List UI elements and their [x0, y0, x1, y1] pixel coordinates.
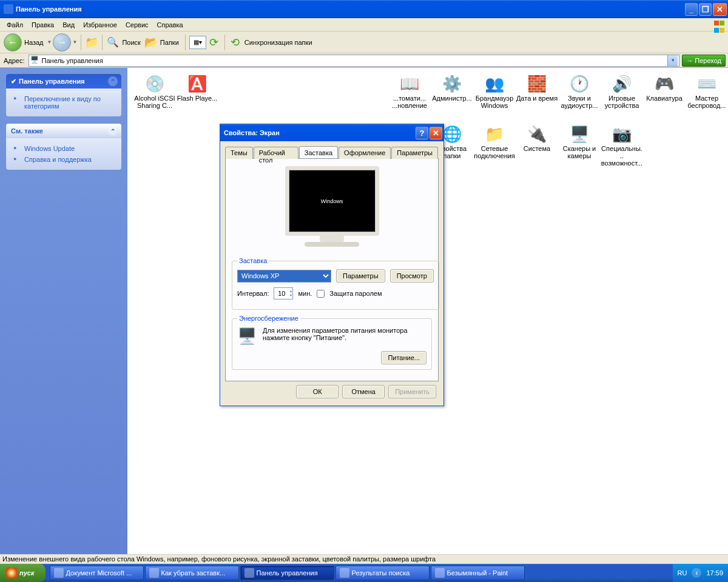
password-protect-label: Защита паролем — [329, 290, 382, 297]
menu-tools[interactable]: Сервис — [121, 19, 153, 30]
chevron-up-icon[interactable]: ⌃ — [108, 76, 118, 86]
control-panel-item[interactable]: ⚙️Администр... — [431, 74, 473, 119]
folders-icon[interactable]: 📂 — [144, 36, 158, 49]
search-label[interactable]: Поиск — [122, 39, 140, 46]
ok-button[interactable]: ОК — [296, 385, 339, 398]
views-button[interactable]: ▦▾ — [189, 36, 206, 49]
tray-clock[interactable]: 17:59 — [706, 569, 723, 577]
cancel-button[interactable]: Отмена — [342, 385, 385, 398]
tab-themes[interactable]: Темы — [225, 147, 253, 159]
minimize-button[interactable]: _ — [685, 3, 698, 16]
control-panel-item[interactable]: ⌨️Мастер беспровод... — [686, 74, 728, 119]
help-support-link[interactable]: Справка и поддержка — [12, 154, 115, 165]
control-panel-item[interactable]: 🕐Звуки и аудиоустр... — [558, 74, 601, 119]
interval-spinner[interactable]: 10 — [274, 287, 293, 299]
taskbar-button[interactable]: Как убрать заставк... — [145, 566, 239, 580]
control-panel-item[interactable]: 🎮Клавиатура — [643, 74, 686, 119]
task-icon — [435, 568, 445, 578]
dialog-footer: ОК Отмена Применить — [225, 381, 439, 401]
item-label: Сканеры и камеры — [558, 145, 601, 159]
item-label: Администр... — [432, 95, 472, 102]
item-icon: 🎮 — [655, 74, 674, 93]
address-field[interactable]: 🖥️ Панель управления ▼ — [29, 55, 680, 67]
item-icon: ⚙️ — [442, 74, 462, 93]
tab-desktop[interactable]: Рабочий стол — [254, 147, 298, 159]
up-button[interactable]: 📁 — [85, 36, 98, 49]
apply-button[interactable]: Применить — [388, 385, 436, 398]
item-label: Система — [524, 145, 550, 152]
back-button[interactable]: ← — [4, 33, 22, 52]
control-panel-item[interactable]: 📁Сетевые подключения — [473, 124, 516, 170]
control-panel-item[interactable]: 🔊Игровые устройства — [601, 74, 643, 119]
sidebar-panel-control-head[interactable]: ✔Панель управления ⌃ — [6, 74, 121, 89]
tab-appearance[interactable]: Оформление — [339, 147, 391, 159]
control-panel-item[interactable]: 🖥️Сканеры и камеры — [558, 124, 601, 170]
interval-unit: мин. — [298, 290, 312, 297]
tab-screensaver[interactable]: Заставка — [299, 146, 338, 158]
control-panel-item[interactable]: 🧱Дата и время — [516, 74, 558, 119]
screensaver-settings-button[interactable]: Параметры — [336, 269, 385, 283]
control-panel-item[interactable]: 👥Брандмауэр Windows — [473, 74, 516, 119]
item-icon: 🅰️ — [187, 74, 207, 93]
dialog-title: Свойства: Экран — [224, 129, 280, 136]
control-panel-item[interactable]: 📷Специальны... возможност... — [601, 124, 643, 170]
screensaver-group: Заставка Windows XP Параметры Просмотр И… — [232, 257, 439, 310]
sync-label[interactable]: Синхронизация папки — [244, 39, 312, 46]
menu-file[interactable]: Файл — [2, 19, 27, 30]
address-icon: 🖥️ — [30, 56, 40, 65]
toolbar: ← Назад ▼ → ▼ 📁 🔍 Поиск 📂 Папки ▦▾ ⟳ ⟲ С… — [0, 32, 728, 53]
password-protect-checkbox[interactable] — [317, 290, 325, 298]
control-panel-item[interactable]: 💿Alcohol iSCSI Sharing C... — [133, 74, 176, 119]
item-icon: 🖥️ — [570, 124, 589, 144]
task-icon — [244, 568, 254, 578]
start-button[interactable]: пуск — [0, 564, 46, 582]
dialog-tabstrip: Темы Рабочий стол Заставка Оформление Па… — [225, 146, 439, 159]
screensaver-preview-button[interactable]: Просмотр — [390, 269, 434, 283]
close-button[interactable]: ✕ — [713, 3, 727, 16]
task-label: Документ Microsoft ... — [66, 569, 132, 577]
control-panel-item[interactable]: 🅰️Flash Playe... — [176, 74, 218, 119]
power-legend: Энергосбережение — [237, 315, 300, 322]
tray-icon[interactable]: ‹ — [692, 568, 701, 578]
menu-favorites[interactable]: Избранное — [79, 19, 121, 30]
maximize-button[interactable]: ❐ — [699, 3, 712, 16]
windows-update-link[interactable]: Windows Update — [12, 143, 115, 154]
folders-label[interactable]: Папки — [160, 39, 179, 46]
go-button[interactable]: Переход — [682, 55, 726, 67]
taskbar-button[interactable]: Безымянный - Paint — [431, 566, 525, 580]
menu-edit[interactable]: Правка — [27, 19, 58, 30]
tab-content: Windows Заставка Windows XP Параметры Пр… — [225, 159, 439, 381]
screensaver-select[interactable]: Windows XP — [237, 270, 331, 283]
chevron-up-icon[interactable]: ⌃ — [108, 126, 118, 136]
sidebar-panel-seealso: См. также ⌃ Windows Update Справка и под… — [6, 124, 121, 170]
item-icon: 📷 — [612, 124, 632, 144]
dialog-close-button[interactable]: ✕ — [430, 127, 442, 139]
menu-help[interactable]: Справка — [153, 19, 187, 30]
menubar: Файл Правка Вид Избранное Сервис Справка — [0, 18, 728, 32]
sync-icon[interactable]: ⟲ — [229, 36, 242, 49]
dialog-help-button[interactable]: ? — [416, 127, 428, 139]
item-icon: 🌐 — [442, 124, 462, 144]
switch-view-link[interactable]: Переключение к виду по категориям — [12, 93, 115, 112]
control-panel-item[interactable]: 🔌Система — [516, 124, 558, 170]
refresh-icon[interactable]: ⟳ — [207, 36, 221, 49]
address-bar: Адрес: 🖥️ Панель управления ▼ Переход — [0, 53, 728, 68]
taskbar-button[interactable]: Документ Microsoft ... — [50, 566, 144, 580]
power-text: Для изменения параметров питания монитор… — [263, 327, 426, 341]
tray-language[interactable]: RU — [678, 569, 687, 577]
menu-view[interactable]: Вид — [58, 19, 79, 30]
item-icon: 🕐 — [570, 74, 589, 93]
sidebar-panel-seealso-head[interactable]: См. также ⌃ — [6, 124, 121, 138]
forward-button[interactable]: → — [53, 33, 71, 52]
control-panel-item[interactable]: 📖...томати... ...новление — [388, 74, 431, 119]
interval-label: Интервал: — [237, 290, 269, 297]
item-icon: 🔊 — [612, 74, 632, 93]
taskbar-button[interactable]: Результаты поиска — [335, 566, 430, 580]
display-properties-dialog: Свойства: Экран ? ✕ Темы Рабочий стол За… — [220, 124, 444, 406]
tab-settings[interactable]: Параметры — [391, 147, 438, 159]
search-icon[interactable]: 🔍 — [106, 36, 120, 49]
address-dropdown[interactable]: ▼ — [667, 55, 678, 66]
taskbar-button[interactable]: Панель управления — [240, 566, 334, 580]
power-button[interactable]: Питание... — [381, 351, 426, 364]
task-icon — [149, 568, 159, 578]
